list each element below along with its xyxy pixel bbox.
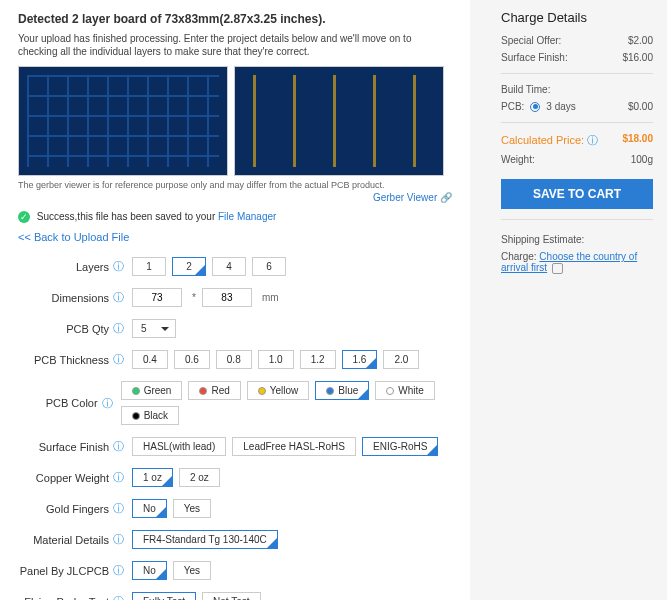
help-icon[interactable]: ⓘ <box>102 396 113 411</box>
layers-option[interactable]: 4 <box>212 257 246 276</box>
thickness-option[interactable]: 1.6 <box>342 350 378 369</box>
help-icon[interactable]: ⓘ <box>113 470 124 485</box>
shipping-heading: Shipping Estimate: <box>501 234 653 245</box>
weight-label: Weight: <box>501 154 535 165</box>
layers-option[interactable]: 2 <box>172 257 206 276</box>
special-value: $2.00 <box>628 35 653 46</box>
color-option[interactable]: Yellow <box>247 381 310 400</box>
pcb-value: $0.00 <box>628 101 653 112</box>
help-icon[interactable]: ⓘ <box>113 439 124 454</box>
success-message: ✓ Success,this file has been saved to yo… <box>18 211 452 223</box>
copper-option[interactable]: 1 oz <box>132 468 173 487</box>
layers-option[interactable]: 1 <box>132 257 166 276</box>
height-input[interactable] <box>202 288 252 307</box>
thickness-option[interactable]: 1.2 <box>300 350 336 369</box>
field-label: Gold Fingers <box>18 503 113 515</box>
save-to-cart-button[interactable]: SAVE TO CART <box>501 179 653 209</box>
charge-label: Charge: <box>501 251 537 262</box>
surface-value: $16.00 <box>622 52 653 63</box>
help-icon[interactable]: ⓘ <box>113 352 124 367</box>
help-icon[interactable]: ⓘ <box>113 563 124 578</box>
help-icon[interactable]: ⓘ <box>113 501 124 516</box>
build-time-label: Build Time: <box>501 84 653 95</box>
charge-heading: Charge Details <box>501 10 653 25</box>
special-label: Special Offer: <box>501 35 561 46</box>
help-icon[interactable]: ⓘ <box>113 594 124 600</box>
back-link[interactable]: << Back to Upload File <box>18 231 452 243</box>
field-label: Copper Weight <box>18 472 113 484</box>
help-icon[interactable]: ⓘ <box>113 290 124 305</box>
pcb-label: PCB: <box>501 101 524 112</box>
color-option[interactable]: White <box>375 381 435 400</box>
copper-option[interactable]: 2 oz <box>179 468 220 487</box>
gerber-viewer-link[interactable]: Gerber Viewer <box>373 192 437 203</box>
refresh-icon[interactable] <box>552 263 563 274</box>
thickness-option[interactable]: 0.6 <box>174 350 210 369</box>
field-label: Layers <box>18 261 113 273</box>
page-title: Detected 2 layer board of 73x83mm(2.87x3… <box>18 12 452 26</box>
surface-label: Surface Finish: <box>501 52 568 63</box>
gerber-note: The gerber viewer is for reference purpo… <box>18 180 452 190</box>
color-option[interactable]: Red <box>188 381 240 400</box>
pcb-option: 3 days <box>546 101 575 112</box>
weight-value: 100g <box>631 154 653 165</box>
thickness-option[interactable]: 0.8 <box>216 350 252 369</box>
description: Your upload has finished processing. Ent… <box>18 32 452 58</box>
field-label: Surface Finish <box>18 441 113 453</box>
link-icon: 🔗 <box>440 192 452 203</box>
board-preview-top[interactable] <box>18 66 228 176</box>
help-icon[interactable]: ⓘ <box>113 321 124 336</box>
finish-option[interactable]: ENIG-RoHS <box>362 437 438 456</box>
thickness-option[interactable]: 0.4 <box>132 350 168 369</box>
gold-option[interactable]: No <box>132 499 167 518</box>
finish-option[interactable]: HASL(with lead) <box>132 437 226 456</box>
field-label: PCB Qty <box>18 323 113 335</box>
help-icon[interactable]: ⓘ <box>587 134 598 146</box>
unit-label: mm <box>262 292 279 303</box>
probe-option[interactable]: Not Test <box>202 592 261 600</box>
layers-option[interactable]: 6 <box>252 257 286 276</box>
probe-option[interactable]: Fully Test <box>132 592 196 600</box>
field-label: Dimensions <box>18 292 113 304</box>
width-input[interactable] <box>132 288 182 307</box>
panel-option[interactable]: No <box>132 561 167 580</box>
board-previews <box>18 66 452 176</box>
calc-label: Calculated Price: ⓘ <box>501 133 606 148</box>
field-label: PCB Color <box>18 397 102 409</box>
field-label: PCB Thickness <box>18 354 113 366</box>
color-option[interactable]: Black <box>121 406 179 425</box>
color-option[interactable]: Green <box>121 381 183 400</box>
calc-value: $18.00 <box>622 133 653 148</box>
radio-icon[interactable] <box>530 102 540 112</box>
material-option[interactable]: FR4-Standard Tg 130-140C <box>132 530 278 549</box>
panel-option[interactable]: Yes <box>173 561 211 580</box>
qty-select[interactable]: 5 <box>132 319 176 338</box>
help-icon[interactable]: ⓘ <box>113 532 124 547</box>
file-manager-link[interactable]: File Manager <box>218 211 276 222</box>
thickness-option[interactable]: 2.0 <box>383 350 419 369</box>
field-label: Material Details <box>18 534 113 546</box>
field-label: Flying Probe Test <box>18 596 113 601</box>
thickness-option[interactable]: 1.0 <box>258 350 294 369</box>
finish-option[interactable]: LeadFree HASL-RoHS <box>232 437 356 456</box>
color-option[interactable]: Blue <box>315 381 369 400</box>
gold-option[interactable]: Yes <box>173 499 211 518</box>
help-icon[interactable]: ⓘ <box>113 259 124 274</box>
check-icon: ✓ <box>18 211 30 223</box>
field-label: Panel By JLCPCB <box>18 565 113 577</box>
board-preview-bottom[interactable] <box>234 66 444 176</box>
